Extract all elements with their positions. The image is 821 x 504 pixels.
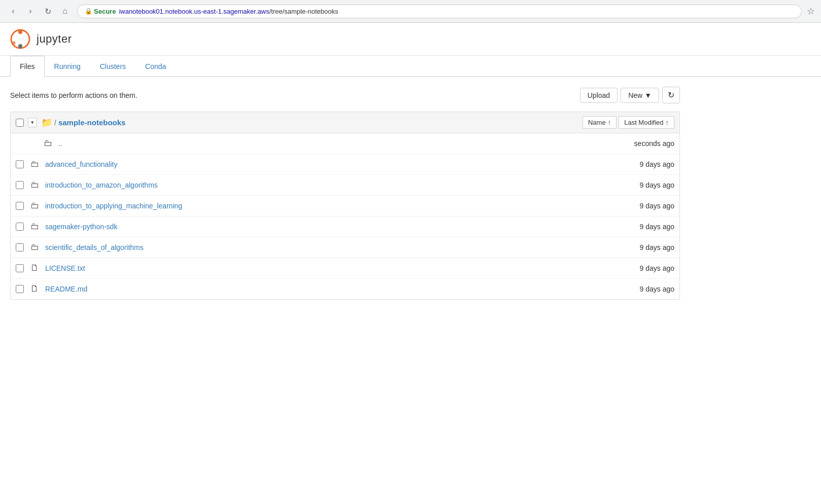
toolbar-buttons: Upload New ▼ ↻ — [580, 87, 680, 103]
content-area: Select items to perform actions on them.… — [0, 77, 690, 300]
item-checkbox[interactable] — [16, 160, 24, 168]
folder-icon: 🗀 — [29, 201, 40, 211]
sort-modified-label: Last Modified — [624, 119, 663, 126]
sort-name-arrow: ↑ — [608, 119, 611, 126]
secure-indicator: 🔒 Secure — [85, 8, 116, 15]
sort-modified-arrow: ↑ — [666, 119, 669, 126]
tab-files[interactable]: Files — [10, 56, 45, 77]
url-host: iwanotebook01.notebook.us-east-1.sagemak… — [119, 8, 269, 15]
refresh-button[interactable]: ↻ — [662, 87, 680, 103]
item-modified: 9 days ago — [608, 202, 674, 210]
svg-point-2 — [18, 44, 22, 48]
select-all-checkbox[interactable] — [16, 119, 24, 127]
toolbar-row: Select items to perform actions on them.… — [10, 87, 680, 103]
svg-point-3 — [12, 42, 16, 45]
item-name-link[interactable]: introduction_to_amazon_algorithms — [45, 181, 603, 189]
home-button[interactable]: ⌂ — [58, 4, 72, 18]
item-modified: 9 days ago — [608, 243, 674, 251]
secure-label-text: Secure — [94, 8, 116, 15]
file-icon: 🗋 — [29, 284, 40, 294]
sort-by-modified-button[interactable]: Last Modified ↑ — [619, 116, 674, 129]
item-checkbox[interactable] — [16, 243, 24, 251]
browser-chrome: ‹ › ↻ ⌂ 🔒 Secure iwanotebook01.notebook.… — [0, 0, 821, 23]
item-name-link[interactable]: sagemaker-python-sdk — [45, 223, 603, 231]
item-modified: 9 days ago — [608, 181, 674, 189]
jupyter-title: jupyter — [37, 32, 72, 46]
url-path: /tree/sample-notebooks — [269, 8, 338, 15]
upload-button[interactable]: Upload — [580, 88, 618, 103]
parent-folder-icon: 🗀 — [42, 138, 53, 149]
sort-name-label: Name — [588, 119, 606, 126]
select-hint: Select items to perform actions on them. — [10, 91, 138, 99]
folder-icon: 📁 — [41, 117, 52, 128]
address-bar[interactable]: 🔒 Secure iwanotebook01.notebook.us-east-… — [77, 5, 802, 18]
svg-point-1 — [18, 30, 22, 34]
item-checkbox[interactable] — [16, 202, 24, 210]
sort-by-name-button[interactable]: Name ↑ — [583, 116, 617, 129]
list-item: 🗋 LICENSE.txt 9 days ago — [11, 258, 679, 279]
item-modified: 9 days ago — [608, 285, 674, 293]
parent-folder-row: 🗀 .. seconds ago — [11, 133, 679, 154]
folder-icon: 🗀 — [29, 242, 40, 253]
tabs-bar: Files Running Clusters Conda — [0, 56, 821, 77]
item-name-link[interactable]: introduction_to_applying_machine_learnin… — [45, 202, 603, 210]
item-checkbox[interactable] — [16, 223, 24, 231]
sort-buttons: Name ↑ Last Modified ↑ — [583, 116, 674, 129]
reload-button[interactable]: ↻ — [41, 4, 55, 18]
list-item: 🗀 introduction_to_amazon_algorithms 9 da… — [11, 175, 679, 196]
item-modified: 9 days ago — [608, 264, 674, 272]
list-item: 🗀 scientific_details_of_algorithms 9 day… — [11, 237, 679, 258]
item-name-link[interactable]: advanced_functionality — [45, 160, 603, 168]
breadcrumb-separator: / — [54, 119, 56, 127]
item-name-link[interactable]: scientific_details_of_algorithms — [45, 243, 603, 251]
item-name-link[interactable]: LICENSE.txt — [45, 264, 603, 272]
back-button[interactable]: ‹ — [6, 4, 20, 18]
sort-dropdown-arrow[interactable]: ▾ — [28, 118, 37, 127]
item-checkbox[interactable] — [16, 181, 24, 189]
breadcrumb: 📁 / sample-notebooks — [41, 117, 578, 128]
url-text: iwanotebook01.notebook.us-east-1.sagemak… — [119, 8, 338, 15]
jupyter-logo-icon — [10, 29, 30, 49]
folder-icon: 🗀 — [29, 222, 40, 232]
file-browser-header: ▾ 📁 / sample-notebooks Name ↑ Last Modif… — [11, 112, 679, 133]
list-item: 🗀 introduction_to_applying_machine_learn… — [11, 196, 679, 217]
folder-icon: 🗀 — [29, 159, 40, 169]
new-button-label: New — [628, 91, 642, 99]
breadcrumb-current-folder[interactable]: sample-notebooks — [58, 118, 126, 127]
folder-icon: 🗀 — [29, 180, 40, 190]
item-name-link[interactable]: README.md — [45, 285, 603, 293]
list-item: 🗀 sagemaker-python-sdk 9 days ago — [11, 217, 679, 237]
new-dropdown-arrow: ▼ — [644, 91, 652, 99]
file-icon: 🗋 — [29, 263, 40, 273]
item-checkbox[interactable] — [16, 285, 24, 293]
tab-conda[interactable]: Conda — [135, 56, 176, 77]
file-browser: ▾ 📁 / sample-notebooks Name ↑ Last Modif… — [10, 112, 680, 300]
lock-icon: 🔒 — [85, 8, 92, 15]
forward-button[interactable]: › — [23, 4, 38, 18]
bookmark-button[interactable]: ☆ — [807, 6, 815, 17]
item-modified: 9 days ago — [608, 160, 674, 168]
tab-clusters[interactable]: Clusters — [90, 56, 135, 77]
parent-folder-modified: seconds ago — [608, 139, 674, 148]
item-modified: 9 days ago — [608, 223, 674, 231]
item-checkbox[interactable] — [16, 264, 24, 272]
file-list: 🗀 advanced_functionality 9 days ago 🗀 in… — [11, 154, 679, 299]
nav-buttons: ‹ › ↻ ⌂ — [6, 4, 72, 18]
new-button[interactable]: New ▼ — [621, 88, 659, 103]
tab-running[interactable]: Running — [45, 56, 90, 77]
list-item: 🗋 README.md 9 days ago — [11, 279, 679, 299]
list-item: 🗀 advanced_functionality 9 days ago — [11, 154, 679, 175]
jupyter-header: jupyter — [0, 23, 821, 56]
parent-folder-link[interactable]: .. — [58, 139, 603, 148]
